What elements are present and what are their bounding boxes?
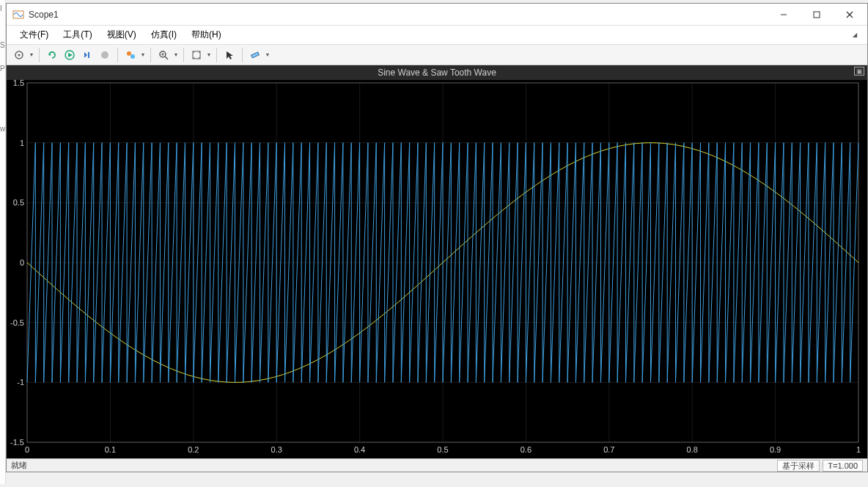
svg-text:0.1: 0.1 bbox=[105, 445, 116, 454]
titlebar: Scope1 bbox=[7, 4, 867, 26]
chevron-down-icon[interactable]: ▼ bbox=[140, 52, 146, 57]
statusbar: 就绪 基于采样 T=1.000 bbox=[7, 458, 867, 472]
zoom-button[interactable] bbox=[155, 47, 172, 63]
chevron-down-icon[interactable]: ▼ bbox=[206, 52, 212, 57]
plot-area[interactable]: Sine Wave & Saw Tooth Wave ▣ 00.10.20.30… bbox=[7, 65, 867, 458]
svg-point-11 bbox=[130, 54, 135, 59]
maximize-button[interactable] bbox=[800, 4, 833, 25]
svg-rect-8 bbox=[88, 52, 89, 58]
svg-text:1.5: 1.5 bbox=[13, 80, 24, 87]
svg-rect-2 bbox=[814, 12, 820, 18]
svg-text:-1.5: -1.5 bbox=[10, 438, 24, 447]
measure-button[interactable] bbox=[247, 47, 263, 63]
plot-maximize-icon[interactable]: ▣ bbox=[854, 67, 864, 76]
menu-sim[interactable]: 仿真(I) bbox=[144, 26, 184, 43]
autoscale-button[interactable] bbox=[188, 47, 205, 63]
window-title: Scope1 bbox=[29, 10, 767, 20]
svg-text:0.7: 0.7 bbox=[603, 445, 614, 454]
svg-text:0.3: 0.3 bbox=[271, 445, 282, 454]
svg-rect-17 bbox=[251, 52, 260, 58]
settings-button[interactable] bbox=[11, 47, 27, 63]
plot-canvas: 00.10.20.30.40.50.60.70.80.91-1.5-1-0.50… bbox=[7, 80, 867, 458]
svg-text:0.5: 0.5 bbox=[13, 198, 24, 207]
run-button[interactable] bbox=[62, 47, 78, 63]
svg-text:0: 0 bbox=[20, 258, 24, 267]
svg-text:0.2: 0.2 bbox=[188, 445, 199, 454]
scope-window: Scope1 文件(F) 工具(T) 视图(V) 仿真(I) 帮助(H) ◢ ▼… bbox=[6, 3, 868, 472]
restart-button[interactable] bbox=[44, 47, 60, 63]
svg-text:1: 1 bbox=[20, 139, 24, 147]
menu-overflow-icon[interactable]: ◢ bbox=[853, 32, 861, 38]
svg-text:-0.5: -0.5 bbox=[10, 318, 24, 327]
svg-text:0.5: 0.5 bbox=[437, 445, 448, 454]
svg-text:1: 1 bbox=[856, 445, 861, 454]
close-button[interactable] bbox=[833, 4, 866, 25]
status-ready: 就绪 bbox=[11, 460, 27, 471]
menubar: 文件(F) 工具(T) 视图(V) 仿真(I) 帮助(H) ◢ bbox=[7, 26, 867, 45]
cursor-button[interactable] bbox=[221, 47, 238, 63]
svg-text:0.9: 0.9 bbox=[770, 445, 781, 454]
svg-point-10 bbox=[127, 51, 131, 56]
svg-line-13 bbox=[165, 56, 168, 59]
chevron-down-icon[interactable]: ▼ bbox=[173, 52, 179, 57]
step-button[interactable] bbox=[79, 47, 95, 63]
svg-text:0: 0 bbox=[25, 445, 29, 454]
menu-help[interactable]: 帮助(H) bbox=[184, 26, 229, 43]
svg-text:0.8: 0.8 bbox=[687, 445, 698, 454]
plot-title: Sine Wave & Saw Tooth Wave bbox=[7, 65, 867, 80]
chevron-down-icon[interactable]: ▼ bbox=[29, 52, 34, 57]
svg-point-6 bbox=[18, 54, 21, 56]
status-mode: 基于采样 bbox=[777, 460, 820, 472]
status-time: T=1.000 bbox=[823, 460, 863, 472]
chevron-down-icon[interactable]: ▼ bbox=[265, 52, 271, 57]
menu-tools[interactable]: 工具(T) bbox=[56, 26, 99, 43]
toolbar: ▼ ▼ ▼ ▼ ▼ bbox=[7, 45, 867, 65]
menu-view[interactable]: 视图(V) bbox=[100, 26, 144, 43]
svg-text:0.4: 0.4 bbox=[354, 445, 365, 454]
svg-text:0.6: 0.6 bbox=[521, 445, 532, 454]
minimize-button[interactable] bbox=[767, 4, 800, 25]
svg-text:-1: -1 bbox=[17, 378, 24, 387]
highlight-button[interactable] bbox=[122, 47, 139, 63]
app-icon bbox=[12, 9, 24, 21]
svg-point-9 bbox=[101, 51, 108, 59]
menu-file[interactable]: 文件(F) bbox=[12, 26, 56, 43]
stop-button[interactable] bbox=[97, 47, 113, 63]
